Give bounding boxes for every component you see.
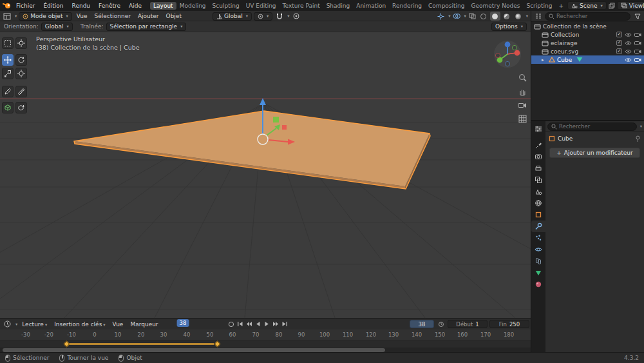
menu-insertion-de-cles[interactable]: Insertion de clés▾ (52, 321, 108, 328)
viewport-3d[interactable]: Perspective Utilisateur (38) Collection … (0, 32, 531, 318)
axis-y-neg-dot[interactable] (512, 45, 516, 50)
snap-target-selector[interactable]: ▾ (254, 12, 272, 21)
exclude-checkbox[interactable]: ✓ (616, 40, 622, 46)
jump-to-end-button[interactable] (281, 320, 289, 328)
navigation-gizmo[interactable] (493, 40, 522, 68)
filter-icon[interactable] (632, 12, 642, 21)
tab-animation[interactable]: Animation (353, 2, 389, 10)
menu-vue[interactable]: Vue (74, 13, 90, 19)
tab-world[interactable] (531, 197, 545, 209)
orientation-dropdown[interactable]: Global ▾ (41, 23, 73, 31)
camera-visibility-icon[interactable] (634, 32, 641, 37)
eye-icon[interactable] (625, 57, 632, 63)
editor-type-selector[interactable] (2, 12, 12, 21)
axis-z-neg-dot[interactable] (505, 61, 509, 66)
properties-search[interactable] (547, 123, 637, 131)
jump-to-start-button[interactable] (236, 320, 244, 328)
menu-fenetre[interactable]: Fenêtre (95, 3, 124, 9)
pin-icon[interactable] (635, 135, 641, 142)
menu-selectionner[interactable]: Sélectionner (92, 13, 133, 19)
properties-search-input[interactable] (559, 123, 633, 130)
keyframe-diamond[interactable] (64, 341, 70, 348)
play-button[interactable] (263, 320, 271, 328)
exclude-checkbox[interactable]: ✓ (616, 32, 622, 37)
xray-toggle[interactable] (468, 12, 477, 21)
show-gizmo-toggle[interactable] (436, 12, 446, 21)
outliner-search[interactable] (545, 12, 630, 21)
tab-compositing[interactable]: Compositing (425, 2, 468, 10)
tab-modifiers[interactable] (531, 221, 545, 232)
cursor-tool[interactable] (15, 37, 27, 49)
tab-material[interactable] (531, 279, 545, 290)
axis-x-neg-dot[interactable] (495, 53, 500, 57)
next-keyframe-button[interactable] (272, 320, 280, 328)
camera-visibility-icon[interactable] (634, 49, 641, 54)
menu-fichier[interactable]: Fichier (12, 3, 39, 9)
viewlayer-selector[interactable]: ViewLayer ▾ (617, 1, 644, 10)
previous-keyframe-button[interactable] (245, 320, 253, 328)
menu-objet[interactable]: Objet (164, 13, 184, 19)
menu-ajouter[interactable]: Ajouter (135, 13, 162, 19)
menu-lecture[interactable]: Lecture▾ (19, 321, 50, 328)
timeline-ruler[interactable]: -30 -20 -10 0 10 20 30 40 50 60 70 80 90… (0, 329, 531, 340)
outliner-row-cube[interactable]: ▸ Cube (531, 55, 644, 64)
menu-aide[interactable]: Aide (125, 3, 146, 9)
autokey-toggle[interactable] (227, 320, 235, 328)
snap-magnet-toggle[interactable] (274, 12, 284, 21)
shading-rendered-button[interactable] (513, 12, 524, 21)
tab-geometry-nodes[interactable]: Geometry Nodes (468, 2, 524, 10)
show-overlays-toggle[interactable] (451, 12, 461, 21)
gizmo-z-arrow[interactable] (260, 98, 266, 105)
tab-physics[interactable] (531, 244, 545, 255)
add-modifier-button[interactable]: + Ajouter un modificateur (549, 148, 640, 158)
shading-solid-button[interactable] (490, 12, 500, 21)
drag-dropdown[interactable]: Sélection par rectangle ▾ (106, 23, 187, 31)
menu-rendu[interactable]: Rendu (68, 3, 95, 9)
camera-visibility-icon[interactable] (634, 41, 641, 46)
eye-icon[interactable] (625, 32, 632, 37)
annotate-tool[interactable] (2, 86, 14, 97)
tab-constraints[interactable] (531, 255, 545, 267)
eye-icon[interactable] (625, 41, 632, 46)
add-workspace-button[interactable]: + (555, 2, 567, 10)
menu-marqueur[interactable]: Marqueur (128, 321, 160, 328)
shading-material-button[interactable] (502, 12, 512, 21)
blender-logo-icon[interactable] (3, 2, 12, 9)
eye-icon[interactable] (625, 49, 632, 54)
tab-render[interactable] (531, 151, 545, 162)
mode-selector[interactable]: Mode objet ▾ (19, 12, 71, 21)
gizmo-plane-handle-green[interactable] (273, 117, 279, 123)
toggle-ortho-grid-control[interactable] (517, 113, 527, 124)
camera-view-control[interactable] (517, 100, 527, 110)
timeline-editor-type-selector[interactable] (3, 320, 12, 328)
proportional-editing-toggle[interactable] (292, 12, 301, 21)
new-scene-icon[interactable] (609, 3, 615, 9)
axis-z-dot[interactable] (505, 42, 511, 48)
tab-object-data[interactable] (531, 267, 545, 279)
keyframe-diamond[interactable] (214, 341, 221, 348)
playhead-marker[interactable]: 38 (177, 319, 189, 327)
breadcrumb-object-name[interactable]: Cube (558, 135, 573, 142)
outliner-root-row[interactable]: Collection de la scène (531, 22, 644, 30)
zoom-control[interactable] (517, 72, 527, 83)
outliner-editor-type-selector[interactable] (533, 12, 543, 21)
camera-visibility-icon[interactable] (634, 57, 641, 63)
outliner-row-coeur-svg[interactable]: coeur.svg ✓ (531, 47, 644, 55)
menu-vue-timeline[interactable]: Vue (110, 321, 126, 328)
tab-view-layer[interactable] (531, 174, 545, 186)
shading-wireframe-button[interactable] (478, 12, 489, 21)
pan-hand-control[interactable] (517, 86, 527, 97)
menu-edition[interactable]: Édition (39, 3, 67, 9)
move-tool[interactable] (2, 54, 14, 66)
measure-tool[interactable] (15, 86, 27, 97)
tab-output[interactable] (531, 162, 545, 174)
transform-tool[interactable] (15, 68, 27, 79)
tab-sculpting[interactable]: Sculpting (209, 2, 243, 10)
tab-tool[interactable] (531, 139, 545, 151)
expand-chevron-icon[interactable]: ▸ (542, 57, 547, 63)
transform-orientation-selector[interactable]: Global ▾ (213, 12, 252, 21)
rotate-tool[interactable] (15, 54, 27, 66)
keying-set-icon[interactable] (436, 320, 446, 328)
outliner-search-input[interactable] (556, 13, 627, 19)
select-box-tool[interactable] (2, 37, 14, 49)
